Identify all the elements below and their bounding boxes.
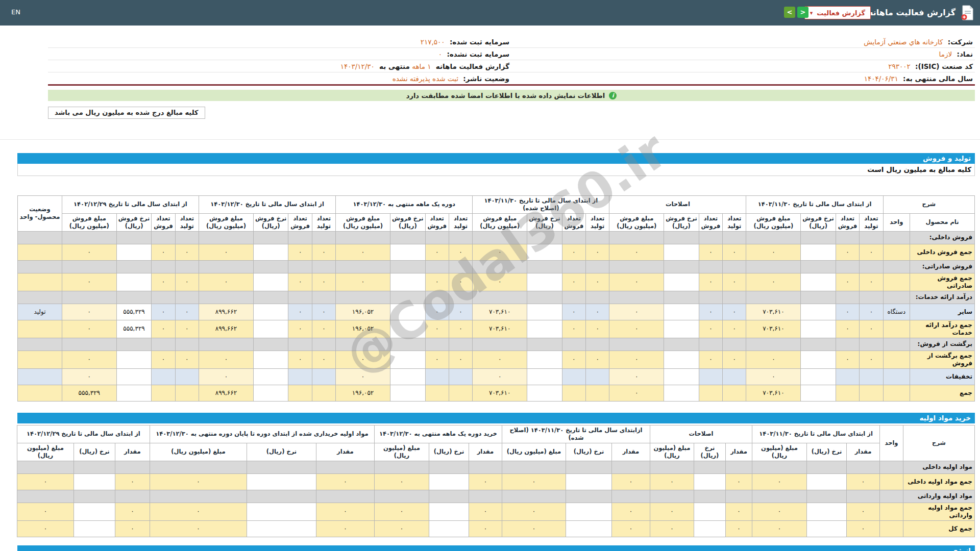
cell-value xyxy=(449,368,472,385)
column-subheader: مبلغ فروش (میلیون ریال) xyxy=(473,213,527,231)
column-subheader: مبلغ فروش (میلیون ریال) xyxy=(609,213,664,231)
cell-value xyxy=(152,260,175,273)
cell-value xyxy=(502,461,566,473)
info-cell: کد صنعت (ISIC): ۲۹۳۰۰۲ xyxy=(511,60,975,72)
language-switch-en[interactable]: EN xyxy=(11,8,20,16)
cell-value xyxy=(429,503,469,520)
cell-value xyxy=(247,473,316,490)
cell-unit xyxy=(883,291,910,304)
cell-value xyxy=(253,338,288,350)
column-subheader: نرخ (ریال) xyxy=(694,443,725,461)
cell-value xyxy=(723,291,746,304)
report-body: تولید و فروش کلیه مبالغ به میلیون ریال ا… xyxy=(17,153,975,551)
cell-value: ۰ xyxy=(586,273,609,291)
topbar: گزارش فعالیت ماهانه گزارش فعالیت ▾ < > E… xyxy=(0,0,980,26)
column-header-product-status: وضعیت محصول- واحد xyxy=(18,196,62,232)
cell-value xyxy=(723,338,746,350)
cell-value: ۰ xyxy=(699,244,722,260)
cell-value: ۷۰۳,۶۱۰ xyxy=(473,320,527,338)
cell-value xyxy=(566,490,611,503)
info-label: سرمایه ثبت شده: xyxy=(450,38,509,46)
cell-value xyxy=(473,338,527,350)
production-row: درآمد ارائه خدمات: xyxy=(18,291,975,304)
cell-value xyxy=(425,368,449,385)
cell-value: ۰ xyxy=(312,320,335,338)
cell-value xyxy=(425,338,449,350)
report-document-icon[interactable] xyxy=(961,5,974,20)
cell-value xyxy=(609,231,664,244)
cell-value: ۰ xyxy=(336,244,390,260)
column-subheader: تعداد فروش xyxy=(699,213,722,231)
section-header-energy: انرژی xyxy=(17,545,975,551)
column-group-header-2: از ابتدای سال مالی تا تاریخ ۱۴۰۳/۱۱/۳۰ (… xyxy=(473,196,609,214)
cell-value: ۰ xyxy=(17,473,74,490)
cell-unit xyxy=(883,244,910,260)
row-label: تخفیفات xyxy=(910,368,975,385)
cell-value xyxy=(566,473,611,490)
cell-value xyxy=(801,368,836,385)
cell-value xyxy=(694,473,725,490)
cell-unit xyxy=(880,490,903,503)
cell-value xyxy=(650,490,694,503)
cell-value xyxy=(847,490,880,503)
production-row: فروش داخلی: xyxy=(18,231,975,244)
column-subheader: مقدار xyxy=(725,443,752,461)
cell-value xyxy=(664,385,699,401)
cell-value xyxy=(664,244,699,260)
cell-value: ۵۵۵,۳۲۹ xyxy=(62,385,116,401)
column-subheader: تعداد تولید xyxy=(175,213,199,231)
cell-value: ۰ xyxy=(62,244,116,260)
cell-value xyxy=(746,291,801,304)
cell-value xyxy=(836,338,859,350)
cell-value: ۷۰۳,۶۱۰ xyxy=(746,320,801,338)
row-label: فروش صادراتی: xyxy=(910,260,975,273)
cell-value: ۰ xyxy=(562,244,585,260)
cell-value xyxy=(429,461,469,473)
cell-value xyxy=(527,231,562,244)
info-cell: وضعیت ناشر: ثبت شده پذیرفته نشده xyxy=(48,72,511,85)
cell-unit xyxy=(883,231,910,244)
column-subheader: نرخ (ریال) xyxy=(807,443,847,461)
cell-value xyxy=(425,291,449,304)
cell-value: ۰ xyxy=(860,244,883,260)
cell-value: ۰ xyxy=(288,350,312,368)
cell-value xyxy=(74,461,115,473)
cell-unit xyxy=(883,350,910,368)
column-subheader: مقدار xyxy=(611,443,650,461)
purchase-row: مواد اولیه داخلی xyxy=(17,461,974,473)
cell-value xyxy=(586,291,609,304)
info-label: منتهی به xyxy=(379,62,410,70)
cell-unit xyxy=(883,260,910,273)
column-group-header-3: خرید دوره یک ماهه منتهی به ۱۴۰۳/۱۲/۳۰ xyxy=(374,425,502,443)
cell-unit: دستگاه xyxy=(883,304,910,320)
previous-report-button[interactable]: < xyxy=(784,7,795,18)
cell-value xyxy=(527,368,562,385)
cell-value xyxy=(312,260,335,273)
cell-value xyxy=(566,461,611,473)
cell-value xyxy=(801,231,836,244)
cell-value xyxy=(562,260,585,273)
row-label: سایر xyxy=(910,304,975,320)
company-link[interactable]: کارخانه هاي صنعتي آزمايش xyxy=(864,38,943,46)
column-subheader: تعداد فروش xyxy=(288,213,312,231)
next-report-button[interactable]: > xyxy=(797,7,808,18)
cell-value: ۵۵۵,۳۲۹ xyxy=(116,304,152,320)
page: گزارش فعالیت ماهانه گزارش فعالیت ▾ < > E… xyxy=(0,0,980,551)
cell-value xyxy=(586,368,609,385)
cell-value xyxy=(473,260,527,273)
cell-value xyxy=(336,291,390,304)
column-subheader: تعداد تولید xyxy=(860,213,883,231)
cell-value xyxy=(253,385,288,401)
cell-value xyxy=(562,385,585,401)
cell-value xyxy=(801,244,836,260)
cell-value xyxy=(312,231,335,244)
cell-value xyxy=(74,490,115,503)
cell-value: ۰ xyxy=(152,304,175,320)
cell-value: ۰ xyxy=(152,320,175,338)
cell-value: ۰ xyxy=(449,273,472,291)
cell-value xyxy=(175,231,199,244)
info-label: شرکت: xyxy=(948,38,973,46)
row-label: جمع کل xyxy=(903,520,975,537)
report-type-dropdown[interactable]: گزارش فعالیت ▾ xyxy=(804,6,871,19)
cell-value xyxy=(116,231,152,244)
